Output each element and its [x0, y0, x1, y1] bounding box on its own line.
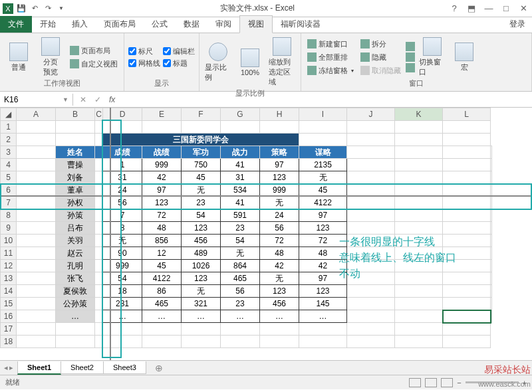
cell[interactable]: … — [142, 310, 182, 323]
cell[interactable] — [347, 121, 395, 134]
cell[interactable] — [142, 336, 182, 348]
cell[interactable] — [347, 336, 395, 348]
pagebreak-preview-button[interactable]: 分页 预览 — [36, 36, 65, 78]
reset-pos-icon[interactable] — [406, 63, 415, 72]
cell[interactable]: 97 — [260, 159, 299, 171]
minimize-button[interactable]: — — [483, 3, 495, 13]
sheet-nav[interactable]: ◂▸ — [0, 363, 17, 372]
add-sheet-button[interactable]: ⊕ — [146, 361, 172, 375]
cell[interactable]: 赵云 — [56, 247, 95, 260]
zoom-out-button[interactable]: − — [457, 379, 461, 387]
new-window-button[interactable]: 新建窗口 — [305, 39, 356, 50]
cell[interactable]: 公孙策 — [56, 298, 95, 310]
cell[interactable] — [182, 121, 221, 134]
cell[interactable]: 123 — [299, 285, 347, 298]
headings-checkbox[interactable]: 标题 — [163, 58, 195, 68]
qat-dropdown-icon[interactable]: ▼ — [56, 3, 66, 14]
cell[interactable]: 2135 — [299, 159, 347, 171]
cell[interactable] — [95, 323, 103, 336]
cell[interactable]: 72 — [260, 235, 299, 247]
col-header[interactable]: K — [395, 108, 443, 121]
table-title[interactable]: 三国新委同学会 — [103, 134, 299, 146]
cell[interactable]: 31 — [103, 171, 142, 184]
sheet-tab-2[interactable]: Sheet2 — [61, 361, 104, 374]
cancel-icon[interactable]: ✕ — [80, 95, 86, 104]
cell[interactable]: 90 — [103, 247, 142, 260]
cell[interactable]: 无 — [182, 285, 221, 298]
cell[interactable] — [221, 336, 260, 348]
custom-views-button[interactable]: 自定义视图 — [68, 58, 120, 70]
cell[interactable]: 465 — [221, 272, 260, 285]
col-header[interactable]: I — [299, 108, 347, 121]
cell[interactable] — [17, 336, 56, 348]
redo-icon[interactable]: ↷ — [43, 3, 53, 14]
view-pagebreak-icon[interactable] — [441, 378, 453, 387]
row-header[interactable]: 13 — [1, 272, 17, 285]
cell[interactable] — [103, 121, 142, 134]
cell[interactable]: 8 — [103, 222, 142, 235]
cell[interactable]: 孔明 — [56, 260, 95, 272]
cell[interactable]: 321 — [182, 298, 221, 310]
table-header[interactable]: 成绩 — [103, 146, 142, 159]
cell[interactable] — [347, 134, 395, 146]
cell[interactable]: 吕布 — [56, 222, 95, 235]
cell[interactable]: 48 — [260, 247, 299, 260]
cell[interactable]: 72 — [142, 209, 182, 222]
cell[interactable]: 56 — [260, 222, 299, 235]
row-header[interactable]: 7 — [1, 197, 17, 209]
cell[interactable]: 23 — [221, 298, 260, 310]
cell[interactable]: … — [103, 310, 142, 323]
normal-view-button[interactable]: 普通 — [4, 36, 33, 78]
cell[interactable] — [443, 134, 491, 146]
row-header[interactable]: 5 — [1, 171, 17, 184]
table-header[interactable]: 策略 — [260, 146, 299, 159]
row-header[interactable]: 12 — [1, 260, 17, 272]
spreadsheet-grid[interactable]: ◢ABCDEFGHIJKL12三国新委同学会3姓名成绩战绩军功战力策略谋略4曹操… — [0, 108, 532, 360]
table-header[interactable]: 姓名 — [56, 146, 95, 159]
cell[interactable] — [299, 121, 347, 134]
unhide-button[interactable]: 取消隐藏 — [358, 65, 403, 76]
tab-view[interactable]: 视图 — [239, 15, 273, 33]
cell[interactable] — [17, 121, 56, 134]
cell[interactable] — [299, 336, 347, 348]
cell[interactable]: 12 — [142, 247, 182, 260]
row-header[interactable]: 8 — [1, 209, 17, 222]
cell[interactable]: 123 — [260, 171, 299, 184]
tab-foxit[interactable]: 福昕阅读器 — [273, 16, 329, 33]
row-header[interactable]: 14 — [1, 285, 17, 298]
row-header[interactable]: 2 — [1, 134, 17, 146]
cell[interactable] — [95, 121, 103, 134]
col-header[interactable]: A — [17, 108, 56, 121]
tab-data[interactable]: 数据 — [176, 16, 207, 33]
row-header[interactable]: 6 — [1, 184, 17, 197]
cell[interactable] — [103, 336, 142, 348]
cell[interactable] — [443, 336, 491, 348]
col-header[interactable]: H — [260, 108, 299, 121]
cell[interactable]: 1026 — [182, 260, 221, 272]
enter-icon[interactable]: ✓ — [94, 95, 101, 104]
cell[interactable]: 56 — [221, 285, 260, 298]
macros-button[interactable]: 宏 — [450, 36, 479, 78]
row-header[interactable]: 18 — [1, 336, 17, 348]
help-button[interactable]: ? — [448, 3, 460, 13]
tab-review[interactable]: 审阅 — [207, 16, 239, 33]
cell[interactable]: 54 — [221, 235, 260, 247]
cell[interactable]: 123 — [182, 222, 221, 235]
cell[interactable] — [443, 121, 491, 134]
col-header[interactable]: J — [347, 108, 395, 121]
col-header[interactable]: D — [103, 108, 142, 121]
cell[interactable]: 97 — [299, 209, 347, 222]
zoom-100-button[interactable]: 100% — [235, 36, 265, 88]
cell[interactable] — [182, 336, 221, 348]
cell[interactable]: 7 — [103, 209, 142, 222]
cell[interactable] — [347, 323, 395, 336]
cell[interactable]: 456 — [260, 298, 299, 310]
cell[interactable]: 591 — [221, 209, 260, 222]
cell[interactable]: 54 — [182, 209, 221, 222]
table-header[interactable]: 战绩 — [142, 146, 182, 159]
page-layout-button[interactable]: 页面布局 — [68, 45, 120, 56]
cell[interactable]: 999 — [260, 184, 299, 197]
cell[interactable]: 864 — [221, 260, 260, 272]
split-button[interactable]: 拆分 — [358, 39, 403, 50]
row-header[interactable]: 10 — [1, 235, 17, 247]
